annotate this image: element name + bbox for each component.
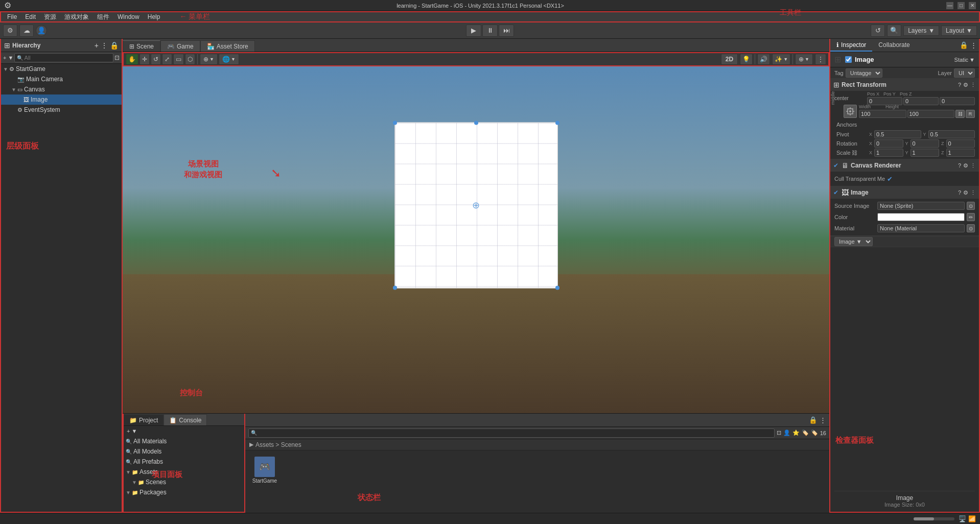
move-tool-button[interactable]: ✛ <box>139 54 150 65</box>
maximize-button[interactable]: □ <box>958 2 965 9</box>
scale-z-value[interactable]: 1 <box>946 149 975 157</box>
minimize-button[interactable]: — <box>946 2 953 9</box>
toolbar-account-btn[interactable]: 👤 <box>36 25 47 36</box>
color-pick-button[interactable]: ✏ <box>967 213 975 221</box>
layout-dropdown[interactable]: Layout ▼ <box>941 26 977 36</box>
tab-asset-store[interactable]: 🏪 Asset Store <box>200 40 255 52</box>
assets-search-input[interactable] <box>257 430 772 436</box>
toolbar-collab-btn[interactable]: ⚙ <box>3 25 17 37</box>
rotate-tool-button[interactable]: ↺ <box>151 54 161 65</box>
material-pick-button[interactable]: ⊙ <box>967 224 975 232</box>
menu-component[interactable]: 组件 <box>93 12 113 22</box>
hierarchy-item-maincamera[interactable]: 📷 Main Camera <box>1 74 122 84</box>
assets-icon4-button[interactable]: 🏷️ <box>802 430 809 436</box>
rect-transform-header[interactable]: ⊞ Rect Transform ? ⚙ ⋮ <box>830 79 979 91</box>
rotation-y-value[interactable]: 0 <box>911 139 939 148</box>
handle-bottom-left[interactable] <box>393 285 397 290</box>
layer-dropdown[interactable]: UI <box>954 68 975 78</box>
height-value[interactable]: 100 <box>907 110 955 118</box>
project-item-all-models[interactable]: 🔍 All Models <box>124 446 244 457</box>
color-swatch[interactable] <box>877 213 965 221</box>
menu-file[interactable]: File <box>3 12 21 21</box>
menu-window[interactable]: Window <box>113 12 144 21</box>
fx-button[interactable]: ✨ ▼ <box>772 54 790 65</box>
pause-button[interactable]: ⏸ <box>482 25 498 37</box>
hierarchy-add-button[interactable]: + <box>95 41 99 50</box>
pivot-y-value[interactable]: 0.5 <box>928 130 975 138</box>
rect-transform-help-button[interactable]: ? <box>958 82 961 88</box>
project-item-scenes[interactable]: ▼ 📁 Scenes <box>124 477 244 487</box>
hierarchy-filter-button[interactable]: ⊡ <box>114 54 120 61</box>
hierarchy-item-image[interactable]: 🖼 Image <box>1 94 122 105</box>
menu-gameobject[interactable]: 游戏对象 <box>60 12 93 22</box>
hierarchy-add-small-button[interactable]: + ▼ <box>3 55 13 61</box>
project-item-all-prefabs[interactable]: 🔍 All Prefabs <box>124 457 244 467</box>
tab-project[interactable]: 📁 Project <box>124 414 164 425</box>
assets-menu-button[interactable]: ⋮ <box>820 416 826 424</box>
scale-x-value[interactable]: 1 <box>874 149 903 157</box>
handle-bottom-right[interactable] <box>555 285 559 290</box>
hierarchy-menu-button[interactable]: ⋮ <box>101 41 108 50</box>
material-value[interactable]: None (Material <box>877 224 965 232</box>
image-settings-button[interactable]: ⚙ <box>963 189 968 196</box>
scale-y-value[interactable]: 1 <box>911 149 939 157</box>
rotation-z-value[interactable]: 0 <box>946 139 975 148</box>
pivot-x-value[interactable]: 0.5 <box>874 130 921 138</box>
tag-dropdown[interactable]: Untagge <box>846 68 882 78</box>
gizmos-button[interactable]: ⊕ ▼ <box>795 54 813 65</box>
canvas-image-rect[interactable]: ⊕ <box>394 122 558 288</box>
assets-lock-button[interactable]: 🔒 <box>809 416 818 424</box>
image-component-header[interactable]: ✔ 🖼 Image ? ⚙ ⋮ <box>830 186 979 199</box>
assets-icon2-button[interactable]: 👤 <box>783 430 790 436</box>
step-button[interactable]: ⏭ <box>499 25 514 37</box>
2d-toggle-button[interactable]: 2D <box>721 54 738 65</box>
image-help-button[interactable]: ? <box>958 189 961 196</box>
more-button[interactable]: ⋮ <box>815 54 826 65</box>
menu-assets[interactable]: 资源 <box>40 12 60 22</box>
audio-button[interactable]: 🔊 <box>757 54 770 65</box>
project-item-assets[interactable]: ▼ 📁 Assets <box>124 467 244 477</box>
lighting-button[interactable]: 💡 <box>740 54 753 65</box>
source-image-pick-button[interactable]: ⊙ <box>967 202 975 210</box>
pivot-button[interactable]: ⊕ ▼ <box>200 54 218 65</box>
inspector-lock-button[interactable]: 🔒 <box>960 41 968 49</box>
tab-console[interactable]: 📋 Console <box>164 414 207 425</box>
assets-icon3-button[interactable]: ⭐ <box>792 430 800 436</box>
rotation-x-value[interactable]: 0 <box>874 139 903 148</box>
canvas-renderer-menu-button[interactable]: ⋮ <box>970 162 976 169</box>
handle-top-right[interactable] <box>555 121 559 125</box>
hand-tool-button[interactable]: ✋ <box>126 54 138 65</box>
hierarchy-search-input[interactable] <box>24 55 111 61</box>
handle-top-left[interactable] <box>393 121 397 125</box>
rect-transform-settings-button[interactable]: ⚙ <box>963 82 968 88</box>
image-type-dropdown[interactable]: Image ▼ <box>834 237 873 246</box>
tab-scene[interactable]: ⊞ Scene <box>123 40 160 52</box>
hierarchy-item-startgame[interactable]: ▼ ⚙ StartGame <box>1 64 122 74</box>
hierarchy-lock-button[interactable]: 🔒 <box>110 41 119 50</box>
object-active-checkbox[interactable] <box>845 56 852 63</box>
project-item-packages[interactable]: ▼ 📁 Packages <box>124 487 244 497</box>
canvas-renderer-header[interactable]: ✔ 🖥 Canvas Renderer ? ⚙ ⋮ <box>830 159 979 172</box>
scale-tool-button[interactable]: ⤢ <box>162 54 172 65</box>
hierarchy-item-canvas[interactable]: ▼ ▭ Canvas <box>1 84 122 94</box>
wh-link-button[interactable]: ⛓ <box>955 110 965 118</box>
wh-r-button[interactable]: R <box>966 110 975 118</box>
hierarchy-item-eventsystem[interactable]: ⚙ EventSystem <box>1 105 122 115</box>
search-button[interactable]: 🔍 <box>887 25 901 37</box>
rect-transform-menu-button[interactable]: ⋮ <box>970 82 976 88</box>
rect-tool-button[interactable]: ▭ <box>173 54 184 65</box>
tab-collaborate[interactable]: Collaborate <box>872 39 916 52</box>
menu-edit[interactable]: Edit <box>21 12 40 21</box>
transform-tool-button[interactable]: ⬡ <box>185 54 195 65</box>
scene-viewport[interactable]: ⊕ 场景视图和游戏视图 ➘ <box>123 66 829 413</box>
source-image-value[interactable]: None (Sprite) <box>877 202 965 210</box>
image-menu-button[interactable]: ⋮ <box>970 189 976 196</box>
close-button[interactable]: ✕ <box>969 2 976 9</box>
tab-inspector[interactable]: ℹ Inspector <box>830 39 872 52</box>
asset-startgame[interactable]: 🎮 StartGame <box>249 455 280 486</box>
canvas-renderer-settings-button[interactable]: ⚙ <box>963 162 968 169</box>
menu-help[interactable]: Help <box>144 12 165 21</box>
canvas-renderer-help-button[interactable]: ? <box>958 162 961 169</box>
play-button[interactable]: ▶ <box>466 25 481 37</box>
project-item-all-materials[interactable]: 🔍 All Materials <box>124 436 244 446</box>
